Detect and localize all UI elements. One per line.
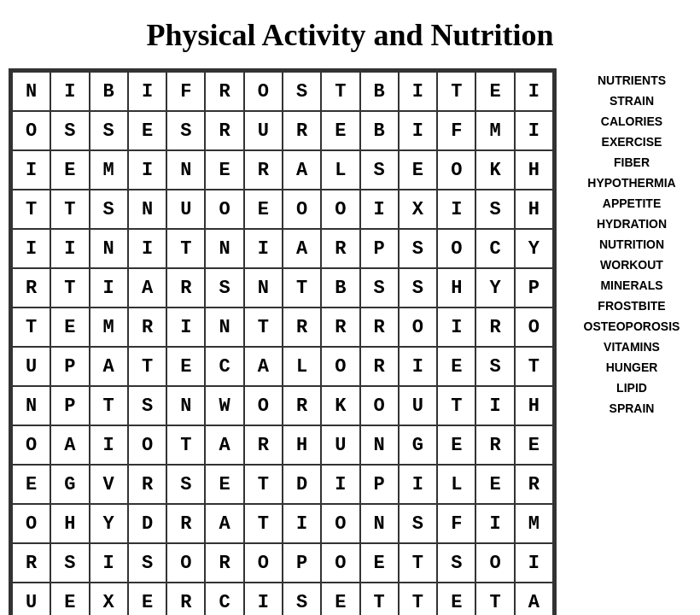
cell-12-3: S [128, 543, 166, 583]
word-list: NUTRIENTSSTRAINCALORIESEXERCISEFIBERHYPO… [572, 68, 691, 418]
cell-8-13: H [515, 386, 553, 425]
cell-4-8: R [321, 229, 359, 268]
cell-6-7: R [283, 308, 321, 347]
cell-8-8: K [321, 386, 359, 425]
cell-4-3: I [128, 229, 166, 268]
cell-9-4: T [166, 425, 205, 465]
word-list-item: EXERCISE [602, 133, 662, 151]
cell-5-6: N [244, 268, 283, 308]
cell-6-3: R [128, 308, 166, 347]
cell-9-11: E [437, 425, 475, 465]
cell-12-10: T [399, 543, 437, 583]
cell-0-1: I [50, 72, 89, 111]
cell-0-8: T [321, 72, 359, 111]
cell-7-10: I [399, 347, 437, 386]
cell-13-1: E [50, 583, 89, 615]
cell-11-6: T [244, 504, 283, 543]
cell-5-13: P [515, 268, 553, 308]
word-list-item: STRAIN [610, 92, 654, 110]
cell-12-8: O [321, 543, 359, 583]
cell-3-7: O [283, 190, 321, 229]
cell-7-12: S [475, 347, 514, 386]
cell-11-8: O [321, 504, 359, 543]
cell-12-1: S [50, 543, 89, 583]
cell-1-1: S [50, 111, 89, 150]
word-list-item: FIBER [614, 154, 650, 172]
cell-4-9: P [360, 229, 399, 268]
cell-13-7: S [283, 583, 321, 615]
cell-10-1: G [50, 465, 89, 504]
word-list-item: LIPID [616, 379, 647, 397]
cell-2-12: K [475, 150, 514, 190]
cell-2-2: M [90, 150, 128, 190]
cell-5-8: B [321, 268, 359, 308]
cell-9-2: I [90, 425, 128, 465]
cell-0-2: B [90, 72, 128, 111]
cell-11-2: Y [90, 504, 128, 543]
cell-3-1: T [50, 190, 89, 229]
word-list-item: HYDRATION [597, 215, 667, 233]
cell-0-4: F [166, 72, 205, 111]
cell-10-2: V [90, 465, 128, 504]
cell-5-2: I [90, 268, 128, 308]
cell-1-13: I [515, 111, 553, 150]
cell-13-5: C [205, 583, 243, 615]
cell-0-11: T [437, 72, 475, 111]
cell-4-7: A [283, 229, 321, 268]
cell-6-4: I [166, 308, 205, 347]
cell-9-10: G [399, 425, 437, 465]
cell-9-8: U [321, 425, 359, 465]
cell-12-11: S [437, 543, 475, 583]
cell-0-6: O [244, 72, 283, 111]
cell-1-9: B [360, 111, 399, 150]
cell-0-12: E [475, 72, 514, 111]
cell-9-6: R [244, 425, 283, 465]
cell-13-6: I [244, 583, 283, 615]
cell-10-4: S [166, 465, 205, 504]
cell-12-4: O [166, 543, 205, 583]
cell-5-10: S [399, 268, 437, 308]
cell-7-0: U [12, 347, 50, 386]
cell-10-0: E [12, 465, 50, 504]
cell-5-3: A [128, 268, 166, 308]
cell-2-0: I [12, 150, 50, 190]
cell-4-2: N [90, 229, 128, 268]
cell-2-1: E [50, 150, 89, 190]
cell-4-11: O [437, 229, 475, 268]
cell-0-5: R [205, 72, 243, 111]
cell-5-12: Y [475, 268, 514, 308]
cell-13-3: E [128, 583, 166, 615]
cell-4-5: N [205, 229, 243, 268]
cell-6-13: O [515, 308, 553, 347]
cell-11-10: S [399, 504, 437, 543]
cell-9-13: E [515, 425, 553, 465]
cell-8-1: P [50, 386, 89, 425]
cell-9-3: O [128, 425, 166, 465]
cell-0-3: I [128, 72, 166, 111]
cell-8-12: I [475, 386, 514, 425]
cell-6-11: I [437, 308, 475, 347]
cell-3-12: S [475, 190, 514, 229]
cell-13-12: T [475, 583, 514, 615]
cell-1-6: U [244, 111, 283, 150]
cell-10-12: E [475, 465, 514, 504]
cell-12-7: P [283, 543, 321, 583]
cell-9-12: R [475, 425, 514, 465]
word-list-item: HYPOTHERMIA [587, 174, 675, 192]
cell-13-10: T [399, 583, 437, 615]
word-list-item: CALORIES [601, 113, 662, 131]
cell-11-7: I [283, 504, 321, 543]
cell-12-5: R [205, 543, 243, 583]
grid-table: NIBIFROSTBITEIOSSESRUREBIFMIIEMINERALSEO… [11, 71, 554, 615]
main-content: NIBIFROSTBITEIOSSESRUREBIFMIIEMINERALSEO… [9, 68, 691, 615]
cell-2-10: E [399, 150, 437, 190]
cell-4-12: C [475, 229, 514, 268]
cell-3-4: U [166, 190, 205, 229]
cell-13-8: E [321, 583, 359, 615]
cell-8-3: S [128, 386, 166, 425]
word-list-item: NUTRIENTS [598, 72, 666, 90]
cell-11-1: H [50, 504, 89, 543]
cell-1-4: S [166, 111, 205, 150]
cell-3-2: S [90, 190, 128, 229]
cell-7-4: E [166, 347, 205, 386]
